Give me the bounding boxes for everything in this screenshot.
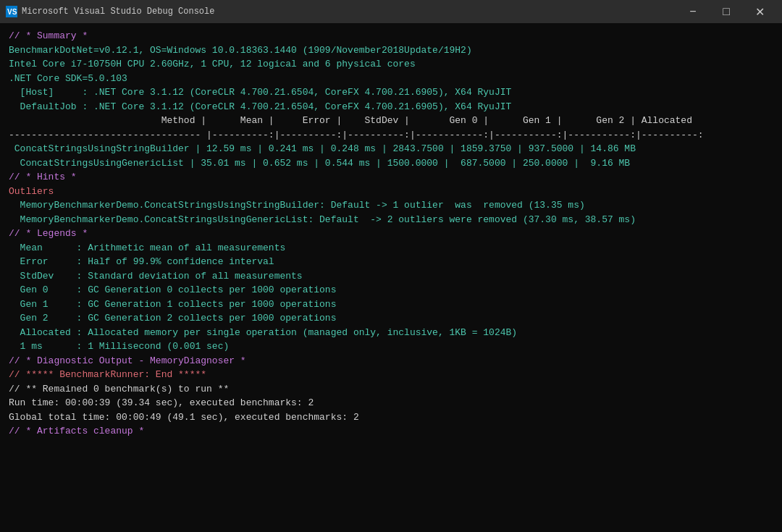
console-line: Run time: 00:00:39 (39.34 sec), executed… [9, 396, 773, 410]
console-line: DefaultJob : .NET Core 3.1.12 (CoreCLR 4… [9, 100, 773, 114]
console-line: Outliers [9, 185, 773, 199]
console-line: StdDev : Standard deviation of all measu… [9, 269, 773, 284]
console-line: MemoryBenchmarkerDemo.ConcatStringsUsing… [9, 213, 773, 227]
window-controls: − □ ✕ [676, 0, 776, 23]
maximize-button[interactable]: □ [710, 0, 743, 23]
svg-text:VS: VS [7, 8, 17, 16]
console-line: ConcatStringsUsingGenericList | 35.01 ms… [9, 156, 773, 171]
console-line: .NET Core SDK=5.0.103 [9, 72, 773, 86]
app-window: VS Microsoft Visual Studio Debug Console… [0, 0, 782, 532]
console-line: ConcatStringsUsingStringBuilder | 12.59 … [9, 142, 773, 156]
console-line: // * Hints * [9, 170, 773, 185]
console-line: [Host] : .NET Core 3.1.12 (CoreCLR 4.700… [9, 85, 773, 100]
minimize-button[interactable]: − [676, 0, 710, 23]
console-line: Gen 0 : GC Generation 0 collects per 100… [9, 283, 773, 297]
console-line: MemoryBenchmarkerDemo.ConcatStringsUsing… [9, 198, 773, 213]
console-line: Gen 2 : GC Generation 2 collects per 100… [9, 311, 773, 326]
console-line: // * Legends * [9, 227, 773, 241]
console-line: Allocated : Allocated memory per single … [9, 326, 773, 340]
console-line: Intel Core i7-10750H CPU 2.60GHz, 1 CPU,… [9, 57, 773, 72]
title-bar: VS Microsoft Visual Studio Debug Console… [0, 0, 782, 23]
console-line: Method | Mean | Error | StdDev | Gen 0 |… [9, 114, 773, 128]
console-output: // * Summary *BenchmarkDotNet=v0.12.1, O… [0, 23, 782, 532]
console-line: Gen 1 : GC Generation 1 collects per 100… [9, 297, 773, 312]
console-line: // ** Remained 0 benchmark(s) to run ** [9, 382, 773, 397]
console-line: Mean : Arithmetic mean of all measuremen… [9, 241, 773, 256]
console-line: // ***** BenchmarkRunner: End ***** [9, 368, 773, 382]
console-line: // * Artifacts cleanup * [9, 424, 773, 439]
console-line: Global total time: 00:00:49 (49.1 sec), … [9, 410, 773, 425]
window-title: Microsoft Visual Studio Debug Console [22, 7, 676, 17]
console-line: Error : Half of 99.9% confidence interva… [9, 255, 773, 269]
console-line: 1 ms : 1 Millisecond (0.001 sec) [9, 339, 773, 354]
app-icon: VS [6, 6, 17, 17]
console-line: ---------------------------------- |----… [9, 128, 773, 143]
close-button[interactable]: ✕ [743, 0, 776, 23]
console-line: BenchmarkDotNet=v0.12.1, OS=Windows 10.0… [9, 43, 773, 58]
console-line: // * Summary * [9, 29, 773, 43]
console-line: // * Diagnostic Output - MemoryDiagnoser… [9, 354, 773, 368]
